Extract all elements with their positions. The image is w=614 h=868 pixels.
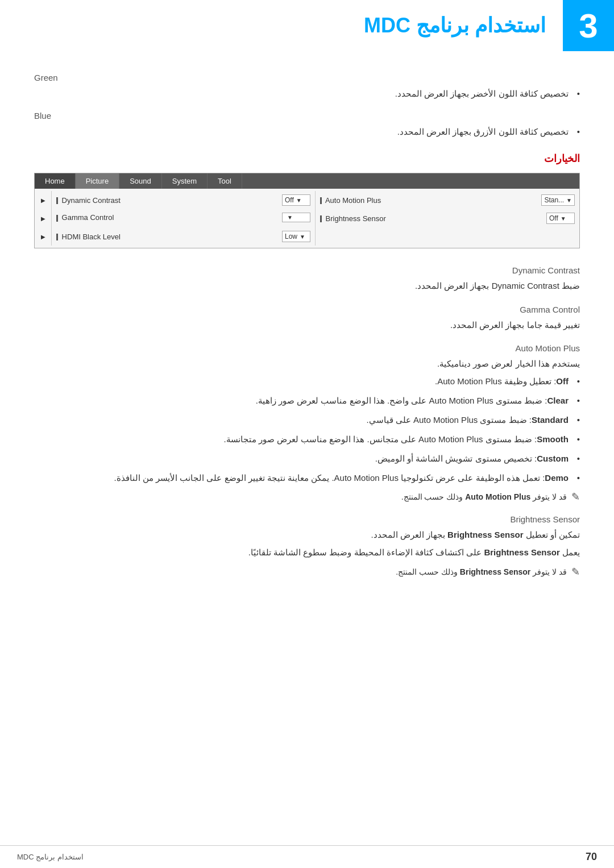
gamma-desc: تغيير قيمة جاما بجهاز العرض المحدد. (34, 318, 580, 333)
menu-tabs: Home Picture Sound System Tool (35, 173, 579, 189)
tab-picture[interactable]: Picture (76, 173, 119, 189)
auto-motion-label: Auto Motion Plus (320, 196, 537, 205)
blue-bullet: تخصيص كثافة اللون الأزرق بجهاز العرض الم… (34, 125, 580, 139)
auto-motion-bullets: Off: تعطيل وظيفة Auto Motion Plus. Clear… (34, 375, 580, 485)
menu-item-brightness-sensor: Brightness Sensor Off ▼ (320, 210, 575, 226)
footer-label: استخدام برنامج MDC (17, 853, 84, 861)
note-icon-2: ✎ (571, 566, 580, 578)
menu-item-gamma: Gamma Control ▼ (56, 210, 310, 225)
brightness-desc-1: تمكين أو تعطيل Brightness Sensor بجهاز ا… (34, 528, 580, 542)
note-icon-1: ✎ (571, 491, 580, 503)
dropdown-arrow-2: ▼ (566, 197, 572, 203)
bullet-clear: Clear: ضبط مستوى Auto Motion Plus على وا… (34, 394, 580, 408)
options-heading: الخيارات (34, 152, 580, 165)
tab-home[interactable]: Home (35, 173, 76, 189)
menu-left-3: HDMI Black Level Low ▼ (52, 227, 316, 246)
tab-sound[interactable]: Sound (119, 173, 162, 189)
green-bullet: تخصيص كثافة اللون الأخضر بجهاز العرض الم… (34, 87, 580, 101)
brightness-sensor-section-label: Brightness Sensor (34, 514, 580, 524)
dynamic-contrast-dropdown[interactable]: Off ▼ (282, 194, 310, 206)
bullet-off: Off: تعطيل وظيفة Auto Motion Plus. (34, 375, 580, 388)
menu-content-area: ▶ Dynamic Contrast Off ▼ Auto Motion Plu… (35, 189, 579, 248)
auto-motion-section-label: Auto Motion Plus (34, 343, 580, 353)
menu-item-dynamic-contrast: Dynamic Contrast Off ▼ (56, 192, 310, 208)
bullet-custom: Custom: تخصيص مستوى تشويش الشاشة أو الوم… (34, 452, 580, 466)
bullet-standard: Standard: ضبط مستوى Auto Motion Plus على… (34, 413, 580, 427)
green-label: Green (34, 73, 580, 82)
hdmi-label: HDMI Black Level (56, 232, 277, 241)
menu-left-1: Dynamic Contrast Off ▼ (52, 191, 316, 209)
menu-right-3 (316, 227, 579, 246)
blue-label: Blue (34, 111, 580, 121)
dropdown-arrow-3: ▼ (287, 214, 293, 221)
gamma-label: Gamma Control (56, 213, 277, 222)
brightness-sensor-label-menu: Brightness Sensor (320, 214, 542, 223)
menu-left-2: Gamma Control ▼ (52, 209, 316, 227)
page-footer: استخدام برنامج MDC 70 (0, 845, 614, 868)
menu-arrow-2[interactable]: ▶ (35, 209, 52, 227)
dropdown-arrow: ▼ (296, 197, 302, 203)
footer-page-number: 70 (586, 851, 597, 863)
brightness-sensor-value: Off (549, 214, 558, 222)
menu-arrow-1[interactable]: ▶ (35, 191, 52, 209)
menu-item-auto-motion: Auto Motion Plus Stan... ▼ (320, 192, 575, 208)
auto-motion-value: Stan... (544, 196, 564, 204)
page-content: Green تخصيص كثافة اللون الأخضر بجهاز الع… (0, 51, 614, 618)
dropdown-arrow-4: ▼ (561, 215, 566, 222)
page-header: استخدام برنامج MDC 3 (0, 0, 614, 51)
auto-motion-dropdown[interactable]: Stan... ▼ (541, 194, 575, 206)
bullet-demo: Demo: تعمل هذه الوظيفة على عرض تكنولوجيا… (34, 471, 580, 485)
dynamic-contrast-label: Dynamic Contrast (56, 196, 277, 205)
brightness-note-box: ✎ قد لا يتوفر Brightness Sensor وذلك حسب… (34, 566, 580, 578)
dropdown-arrow-5: ▼ (300, 234, 305, 240)
auto-motion-intro: يستخدم هذا الخيار لعرض صور ديناميكية. (34, 356, 580, 371)
dynamic-contrast-section-label: Dynamic Contrast (34, 265, 580, 275)
brightness-desc-2: يعمل Brightness Sensor على اكتشاف كثافة … (34, 545, 580, 560)
menu-arrow-3[interactable]: ▶ (35, 227, 52, 246)
dynamic-contrast-desc: ضبط Dynamic Contrast بجهاز العرض المحدد. (34, 279, 580, 293)
gamma-dropdown[interactable]: ▼ (282, 213, 310, 222)
menu-right-2: Brightness Sensor Off ▼ (316, 209, 579, 227)
menu-item-hdmi: HDMI Black Level Low ▼ (56, 229, 310, 244)
auto-motion-note-text: قد لا يتوفر Auto Motion Plus وذلك حسب ال… (401, 491, 567, 503)
chapter-number: 3 (563, 0, 614, 51)
menu-widget: Home Picture Sound System Tool ▶ Dynamic… (34, 173, 580, 248)
auto-motion-note-box: ✎ قد لا يتوفر Auto Motion Plus وذلك حسب … (34, 491, 580, 503)
gamma-section-label: Gamma Control (34, 305, 580, 314)
chapter-title: استخدام برنامج MDC (364, 14, 546, 38)
dynamic-contrast-value: Off (285, 196, 294, 204)
menu-right-1: Auto Motion Plus Stan... ▼ (316, 191, 579, 209)
brightness-sensor-dropdown[interactable]: Off ▼ (546, 213, 575, 224)
hdmi-value: Low (285, 232, 297, 240)
bullet-smooth: Smooth: ضبط مستوى Auto Motion Plus على م… (34, 433, 580, 446)
hdmi-dropdown[interactable]: Low ▼ (282, 231, 310, 242)
tab-tool[interactable]: Tool (208, 173, 242, 189)
tab-system[interactable]: System (162, 173, 208, 189)
brightness-note-text: قد لا يتوفر Brightness Sensor وذلك حسب ا… (396, 566, 567, 578)
